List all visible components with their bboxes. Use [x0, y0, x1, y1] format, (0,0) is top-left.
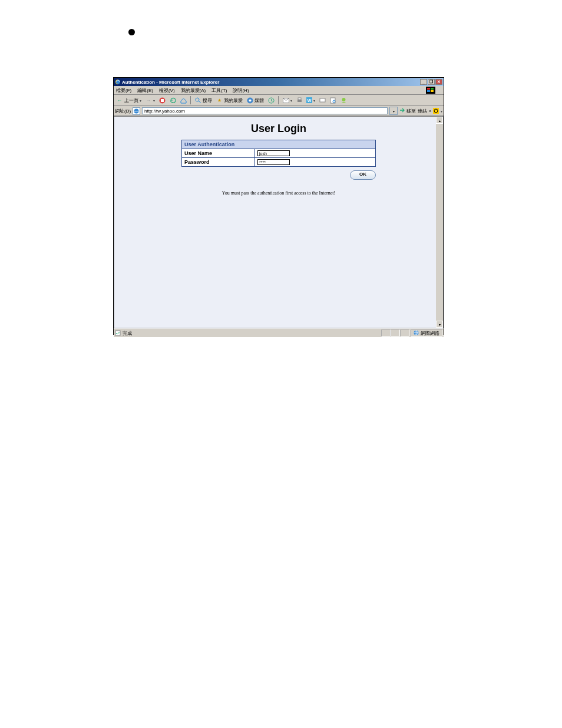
status-bar: 完成 網際網路 — [114, 328, 444, 337]
username-input[interactable]: josh — [257, 150, 290, 156]
auth-note: You must pass the authentication first a… — [114, 190, 443, 196]
bullet-icon — [128, 29, 135, 35]
auth-table: User Authentication User Name josh Passw… — [181, 140, 376, 167]
go-button[interactable]: 移至 — [399, 107, 416, 114]
links-label[interactable]: 連結 — [418, 108, 427, 114]
refresh-button[interactable] — [168, 97, 177, 104]
research-icon — [329, 97, 336, 104]
svg-rect-13 — [297, 100, 302, 102]
svg-rect-15 — [320, 98, 325, 102]
status-pane-3 — [400, 330, 409, 337]
back-arrow-icon: ← — [116, 97, 123, 104]
menu-file[interactable]: 檔案(F) — [116, 87, 131, 94]
done-icon — [115, 330, 121, 336]
close-button[interactable]: ✕ — [435, 79, 442, 85]
discuss-button[interactable] — [318, 97, 327, 104]
edit-icon: W — [306, 97, 312, 103]
address-input[interactable]: http://tw.yahoo.com — [142, 107, 388, 114]
auth-header: User Authentication — [182, 140, 376, 149]
home-icon — [180, 97, 187, 104]
search-button[interactable]: 搜尋 — [193, 97, 213, 104]
globe-icon — [414, 330, 419, 337]
ie-logo-icon — [115, 79, 121, 85]
content-viewport: ▴ ▾ User Login User Authentication User … — [114, 116, 444, 328]
toolbar: ← 上一頁 ▾ → ▾ 搜尋 ★我的最愛 媒體 ▾ W▾ — [114, 95, 444, 106]
menu-favorites[interactable]: 我的最愛(A) — [181, 87, 206, 94]
menu-bar: 檔案(F) 編輯(E) 檢視(V) 我的最愛(A) 工具(T) 說明(H) — [114, 86, 444, 95]
status-pane-1 — [381, 330, 391, 337]
media-button[interactable]: 媒體 — [245, 97, 265, 104]
page-icon — [133, 107, 140, 115]
mail-icon — [282, 97, 289, 104]
stop-icon — [158, 97, 166, 104]
address-dropdown[interactable]: ▾ — [389, 107, 398, 115]
favorites-button[interactable]: ★我的最愛 — [214, 97, 244, 104]
svg-rect-4 — [431, 90, 434, 92]
edit-button[interactable]: W▾ — [305, 97, 316, 103]
history-button[interactable] — [266, 97, 276, 104]
norton-av-icon[interactable] — [433, 108, 439, 114]
vertical-scrollbar[interactable]: ▴ ▾ — [436, 117, 443, 328]
history-icon — [267, 97, 275, 104]
star-icon: ★ — [216, 97, 223, 104]
username-label: User Name — [182, 149, 255, 158]
zone-label: 網際網路 — [421, 330, 439, 337]
scroll-up-button[interactable]: ▴ — [436, 117, 443, 124]
status-text: 完成 — [123, 330, 132, 337]
address-label: 網址(D) — [115, 108, 131, 114]
stop-button[interactable] — [157, 97, 167, 104]
password-label: Password — [182, 158, 255, 167]
svg-rect-1 — [427, 88, 430, 90]
research-button[interactable] — [328, 97, 338, 104]
maximize-button[interactable]: ❐ — [428, 79, 435, 85]
forward-button[interactable]: → ▾ — [144, 97, 156, 104]
svg-point-18 — [342, 98, 345, 101]
menu-help[interactable]: 說明(H) — [233, 87, 249, 94]
go-icon — [399, 107, 405, 114]
messenger-button[interactable] — [339, 97, 348, 104]
menu-tools[interactable]: 工具(T) — [211, 87, 227, 94]
print-icon — [296, 97, 303, 104]
password-input[interactable]: **** — [257, 159, 290, 165]
svg-point-10 — [249, 99, 251, 101]
print-button[interactable] — [295, 97, 304, 104]
status-pane-2 — [391, 330, 400, 337]
window-title: Authentication - Microsoft Internet Expl… — [122, 80, 219, 85]
back-button[interactable]: ← 上一頁 ▾ — [115, 97, 143, 104]
security-zone[interactable]: 網際網路 — [411, 330, 442, 337]
scroll-down-button[interactable]: ▾ — [436, 321, 443, 328]
forward-arrow-icon: → — [145, 97, 152, 104]
minimize-button[interactable]: _ — [420, 79, 427, 85]
menu-edit[interactable]: 編輯(E) — [137, 87, 153, 94]
chevron-right-icon[interactable]: » — [429, 109, 431, 113]
ok-button[interactable]: OK — [350, 170, 376, 180]
windows-logo-icon — [426, 87, 435, 94]
menu-view[interactable]: 檢視(V) — [159, 87, 175, 94]
svg-line-8 — [199, 101, 201, 103]
titlebar: Authentication - Microsoft Internet Expl… — [114, 78, 444, 86]
messenger-icon — [340, 97, 347, 104]
svg-rect-14 — [298, 98, 301, 100]
media-icon — [246, 97, 253, 104]
home-button[interactable] — [178, 97, 188, 104]
discuss-icon — [319, 97, 326, 104]
svg-rect-6 — [161, 99, 164, 102]
norton-dropdown-icon[interactable]: ▾ — [441, 109, 442, 113]
mail-button[interactable]: ▾ — [281, 97, 293, 104]
svg-rect-2 — [431, 88, 434, 90]
page-heading: User Login — [114, 123, 443, 135]
svg-rect-3 — [427, 90, 430, 92]
refresh-icon — [169, 97, 176, 104]
search-icon — [194, 97, 201, 104]
address-bar: 網址(D) http://tw.yahoo.com ▾ 移至 連結 » ▾ — [114, 106, 444, 116]
ie-window: Authentication - Microsoft Internet Expl… — [113, 77, 444, 335]
